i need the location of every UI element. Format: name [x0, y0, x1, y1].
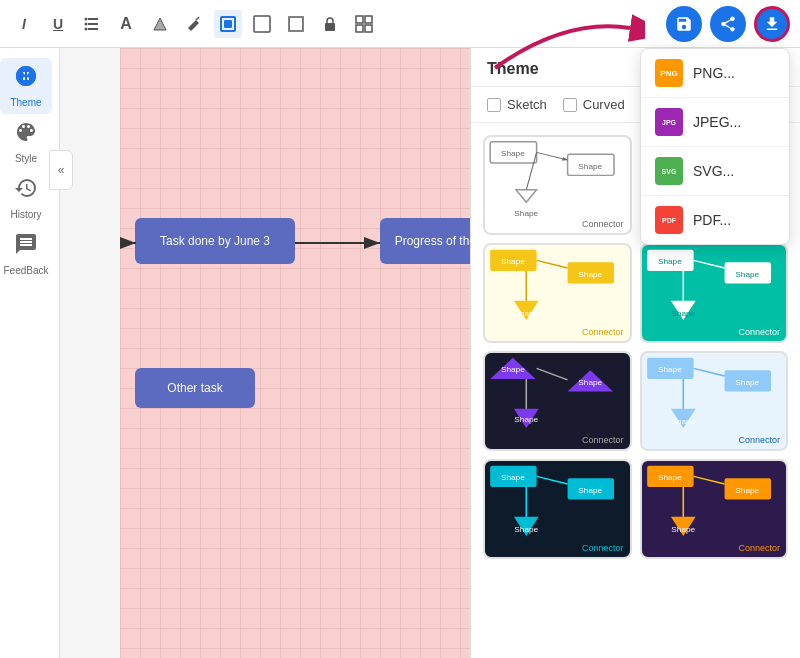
- svg-point-3: [85, 17, 88, 20]
- theme-card-yellow[interactable]: Shape Shape Shape Connector: [483, 243, 632, 343]
- history-label: History: [10, 209, 41, 220]
- svg-line-7: [196, 17, 199, 20]
- svg-text:Shape: Shape: [514, 209, 538, 218]
- theme-card-yellow-label: Connector: [582, 327, 624, 337]
- sidebar-item-feedback[interactable]: FeedBack: [0, 226, 52, 282]
- svg-text:Shape: Shape: [501, 257, 525, 266]
- svg-text:Shape: Shape: [514, 309, 538, 318]
- theme-card-purple[interactable]: Shape Shape Shape Connector: [640, 459, 789, 559]
- svg-text:Shape: Shape: [671, 309, 695, 318]
- shape-progress[interactable]: Progress of the project: [380, 218, 470, 264]
- feedback-icon: [14, 232, 38, 262]
- svg-text:Shape: Shape: [657, 257, 681, 266]
- svg-marker-26: [516, 190, 537, 202]
- export-jpeg[interactable]: JPG JPEG...: [641, 98, 789, 147]
- svg-icon: SVG: [655, 157, 683, 185]
- svg-text:Shape: Shape: [657, 365, 681, 374]
- theme-card-teal[interactable]: Shape Shape Shape Connector: [640, 243, 789, 343]
- toolbar-lock[interactable]: [316, 10, 344, 38]
- left-sidebar: Theme Style History FeedBack: [0, 48, 60, 658]
- export-png-label: PNG...: [693, 65, 735, 81]
- svg-rect-14: [365, 16, 372, 23]
- toolbar-move[interactable]: [248, 10, 276, 38]
- toolbar-shape-select[interactable]: [214, 10, 242, 38]
- sidebar-item-theme[interactable]: Theme: [0, 58, 52, 114]
- svg-marker-6: [154, 18, 166, 30]
- panel-title-text: Theme: [487, 60, 539, 77]
- toolbar-fill[interactable]: [146, 10, 174, 38]
- svg-text:Shape: Shape: [501, 365, 525, 374]
- save-button[interactable]: [666, 6, 702, 42]
- export-jpeg-label: JPEG...: [693, 114, 741, 130]
- curved-checkbox[interactable]: [563, 98, 577, 112]
- svg-point-4: [85, 22, 88, 25]
- toolbar-zoom[interactable]: [282, 10, 310, 38]
- svg-text:Shape: Shape: [735, 486, 759, 495]
- history-icon: [14, 176, 38, 206]
- svg-text:Shape: Shape: [671, 417, 695, 426]
- curved-option[interactable]: Curved: [563, 97, 625, 112]
- toolbar-pen[interactable]: [180, 10, 208, 38]
- pdf-icon: PDF: [655, 206, 683, 234]
- sketch-option[interactable]: Sketch: [487, 97, 547, 112]
- theme-icon: [14, 64, 38, 94]
- style-label: Style: [15, 153, 37, 164]
- svg-rect-15: [356, 25, 363, 32]
- theme-card-navy[interactable]: Shape Shape Shape Connector: [483, 459, 632, 559]
- svg-line-87: [693, 476, 724, 484]
- toolbar-underline[interactable]: U: [44, 10, 72, 38]
- theme-card-default[interactable]: Shape Shape Shape Connector: [483, 135, 632, 235]
- sketch-checkbox[interactable]: [487, 98, 501, 112]
- collapse-icon: «: [58, 163, 65, 177]
- svg-text:Shape: Shape: [735, 270, 759, 279]
- svg-rect-10: [254, 16, 270, 32]
- sidebar-item-style[interactable]: Style: [0, 114, 52, 170]
- svg-rect-16: [365, 25, 372, 32]
- svg-text:Shape: Shape: [578, 378, 602, 387]
- svg-text:Shape: Shape: [657, 473, 681, 482]
- svg-text:Shape: Shape: [578, 270, 602, 279]
- svg-line-29: [526, 152, 536, 189]
- toolbar-grid[interactable]: [350, 10, 378, 38]
- jpeg-icon: JPG: [655, 108, 683, 136]
- share-button[interactable]: [710, 6, 746, 42]
- curved-label: Curved: [583, 97, 625, 112]
- png-icon: PNG: [655, 59, 683, 87]
- svg-text:Shape: Shape: [514, 415, 538, 424]
- svg-text:Shape: Shape: [501, 473, 525, 482]
- feedback-label: FeedBack: [3, 265, 48, 276]
- svg-text:Shape: Shape: [578, 486, 602, 495]
- canvas-arrow-left: [120, 233, 140, 253]
- export-dropdown: PNG PNG... JPG JPEG... SVG SVG... PDF PD…: [640, 48, 790, 245]
- theme-label: Theme: [10, 97, 41, 108]
- export-pdf[interactable]: PDF PDF...: [641, 196, 789, 244]
- toolbar-right: [666, 6, 790, 42]
- export-pdf-label: PDF...: [693, 212, 731, 228]
- export-button[interactable]: [754, 6, 790, 42]
- shape-task[interactable]: Task done by June 3: [135, 218, 295, 264]
- theme-card-dark[interactable]: Shape Shape Shape Connector: [483, 351, 632, 451]
- sidebar-item-history[interactable]: History: [0, 170, 52, 226]
- shape-task-label: Task done by June 3: [160, 234, 270, 248]
- toolbar-italic[interactable]: I: [10, 10, 38, 38]
- svg-rect-9: [224, 20, 232, 28]
- svg-line-63: [537, 368, 568, 380]
- toolbar-list[interactable]: [78, 10, 106, 38]
- shape-other[interactable]: Other task: [135, 368, 255, 408]
- canvas[interactable]: Task done by June 3 Progress of the proj…: [120, 48, 470, 658]
- toolbar-text[interactable]: A: [112, 10, 140, 38]
- svg-line-71: [693, 368, 724, 376]
- svg-line-79: [537, 476, 568, 484]
- collapse-button[interactable]: «: [49, 150, 73, 190]
- theme-card-lightblue[interactable]: Shape Shape Shape Connector: [640, 351, 789, 451]
- export-svg[interactable]: SVG SVG...: [641, 147, 789, 196]
- export-png[interactable]: PNG PNG...: [641, 49, 789, 98]
- theme-card-navy-label: Connector: [582, 543, 624, 553]
- shape-other-label: Other task: [167, 381, 222, 395]
- svg-rect-13: [356, 16, 363, 23]
- svg-rect-12: [325, 23, 335, 31]
- theme-card-lightblue-label: Connector: [738, 435, 780, 445]
- theme-card-dark-label: Connector: [582, 435, 624, 445]
- canvas-arrow: [295, 233, 385, 253]
- toolbar: I U A: [0, 0, 800, 48]
